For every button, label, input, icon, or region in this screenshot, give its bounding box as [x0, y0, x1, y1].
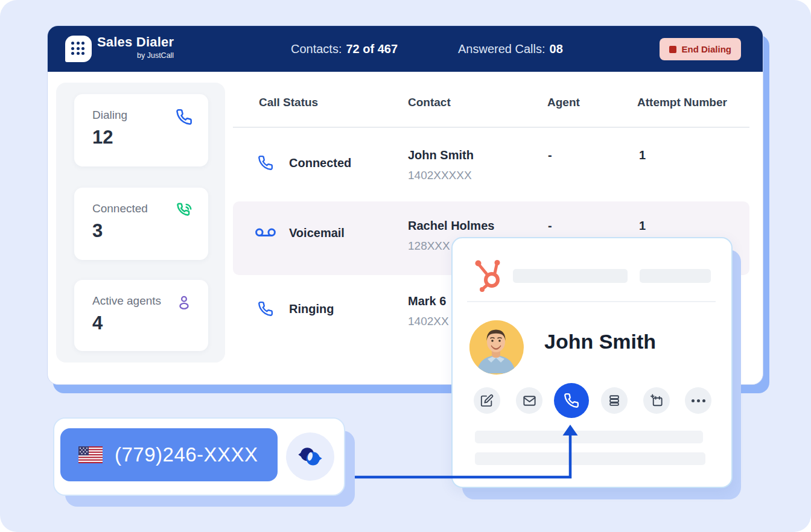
contacts-counter: Contacts: 72 of 467: [291, 26, 398, 72]
voicemail-icon: [255, 226, 276, 240]
stat-card-active-agents[interactable]: Active agents 4: [74, 280, 208, 351]
screenshot-stage: Sales Dialer by JustCall Contacts: 72 of…: [0, 0, 811, 532]
email-button[interactable]: [516, 387, 542, 414]
stat-card-connected[interactable]: Connected 3: [74, 188, 208, 260]
justcall-badge: [286, 432, 334, 481]
brand-subtitle: by JustCall: [97, 51, 174, 60]
brand: Sales Dialer by JustCall: [97, 34, 174, 60]
ellipsis-icon: [692, 399, 705, 402]
end-dialing-label: End Dialing: [682, 44, 732, 54]
phone-connected-icon: [176, 202, 192, 219]
call-button[interactable]: [554, 383, 589, 418]
column-header-agent: Agent: [547, 96, 580, 109]
hubspot-contact-popup: John Smith: [451, 237, 733, 488]
avatar-illustration: [469, 320, 523, 373]
dialed-number-pill[interactable]: (779)246-XXXX: [60, 428, 278, 481]
contact-name: Mark 6: [408, 294, 446, 308]
column-header-attempt-number: Attempt Number: [637, 96, 727, 109]
agent-icon: [176, 294, 192, 311]
justcall-logo-icon: [296, 443, 324, 470]
brand-title: Sales Dialer: [97, 34, 174, 50]
contact-phone: 128XXX: [408, 239, 450, 253]
agent-cell: -: [548, 219, 552, 233]
answered-calls-label: Answered Calls:: [458, 42, 545, 56]
placeholder-bar: [640, 269, 711, 283]
avatar: [469, 320, 524, 375]
stack-icon: [608, 394, 621, 407]
contacts-label: Contacts:: [291, 42, 342, 56]
answered-calls-value: 08: [550, 42, 563, 56]
stat-card-dialing[interactable]: Dialing 12: [74, 94, 208, 166]
attempt-cell: 1: [639, 148, 646, 162]
popup-contact-name: John Smith: [544, 330, 656, 353]
stat-value: 12: [92, 127, 113, 148]
dialpad-grid-icon: [71, 42, 86, 56]
popup-divider: [467, 301, 716, 302]
call-status: Ringing: [289, 302, 334, 316]
placeholder-bar: [475, 452, 705, 465]
phone-icon: [176, 109, 192, 125]
agent-cell: -: [548, 148, 552, 162]
answered-calls-counter: Answered Calls: 08: [458, 26, 563, 72]
placeholder-bar: [475, 431, 703, 443]
stop-square-icon: [669, 46, 676, 53]
dialer-number-card: (779)246-XXXX: [53, 417, 345, 496]
stat-label: Dialing: [92, 109, 127, 122]
navbar: Sales Dialer by JustCall Contacts: 72 of…: [48, 26, 763, 72]
sales-dialer-logo: [65, 36, 92, 62]
phone-icon: [258, 301, 273, 317]
column-header-call-status: Call Status: [259, 96, 318, 109]
placeholder-bar: [513, 269, 628, 283]
attempt-cell: 1: [639, 219, 646, 233]
column-header-contact: Contact: [408, 96, 451, 109]
call-status: Connected: [289, 156, 351, 170]
contact-phone: 1402XX: [408, 315, 449, 328]
dialed-number: (779)246-XXXX: [115, 443, 258, 466]
calendar-plus-icon: [650, 394, 664, 408]
contact-phone: 1402XXXXX: [408, 169, 472, 182]
table-header-divider: [233, 127, 749, 128]
stat-value: 3: [92, 220, 103, 242]
phone-icon: [564, 393, 579, 408]
phone-icon: [258, 155, 273, 171]
more-button[interactable]: [685, 387, 711, 414]
envelope-icon: [523, 394, 536, 408]
edit-icon: [480, 394, 494, 407]
contacts-value: 72 of 467: [346, 42, 398, 56]
stat-label: Active agents: [92, 294, 161, 308]
stat-value: 4: [92, 312, 103, 334]
us-flag-icon: [78, 446, 103, 463]
stat-label: Connected: [92, 202, 148, 215]
notes-button[interactable]: [601, 387, 628, 414]
contact-name: John Smith: [408, 148, 474, 162]
edit-button[interactable]: [474, 387, 500, 414]
stats-sidebar: Dialing 12 Connected 3 Active agents 4: [56, 83, 225, 363]
hubspot-logo-icon: [473, 258, 506, 293]
add-meeting-button[interactable]: [643, 387, 670, 414]
end-dialing-button[interactable]: End Dialing: [660, 38, 742, 60]
call-status: Voicemail: [289, 226, 345, 240]
contact-name: Rachel Holmes: [408, 219, 494, 233]
